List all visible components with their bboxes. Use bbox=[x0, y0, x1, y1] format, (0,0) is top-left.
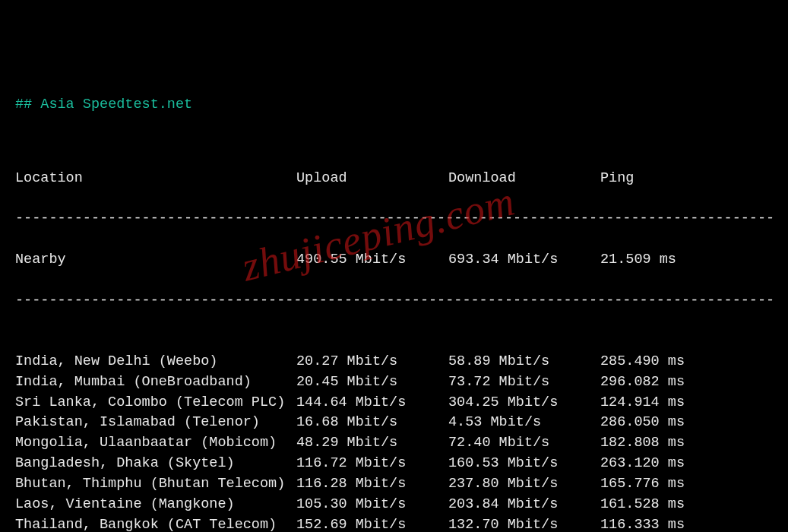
cell-download: 203.84 Mbit/s bbox=[448, 495, 600, 515]
cell-download: 160.53 Mbit/s bbox=[448, 454, 600, 474]
cell-upload: 20.45 Mbit/s bbox=[296, 372, 448, 393]
watermark-text: zhujiceping.com bbox=[236, 172, 521, 297]
cell-upload: 116.72 Mbit/s bbox=[296, 454, 448, 474]
cell-download: 58.89 Mbit/s bbox=[448, 352, 600, 372]
header-upload: Upload bbox=[296, 169, 448, 189]
cell-upload: 48.29 Mbit/s bbox=[296, 433, 448, 454]
nearby-row: Nearby490.55 Mbit/s693.34 Mbit/s21.509 m… bbox=[15, 250, 773, 271]
table-row: Thailand, Bangkok (CAT Telecom)152.69 Mb… bbox=[15, 515, 773, 533]
nearby-upload: 490.55 Mbit/s bbox=[296, 250, 448, 271]
table-row: Mongolia, Ulaanbaatar (Mobicom)48.29 Mbi… bbox=[15, 433, 773, 454]
cell-upload: 144.64 Mbit/s bbox=[296, 393, 448, 413]
nearby-download: 693.34 Mbit/s bbox=[448, 250, 600, 271]
cell-download: 73.72 Mbit/s bbox=[448, 372, 600, 393]
table-row: Sri Lanka, Colombo (Telecom PLC)144.64 M… bbox=[15, 393, 773, 413]
table-row: India, New Delhi (Weebo)20.27 Mbit/s58.8… bbox=[15, 352, 773, 372]
cell-location: Sri Lanka, Colombo (Telecom PLC) bbox=[15, 393, 296, 413]
table-row: Laos, Vientaine (Mangkone)105.30 Mbit/s2… bbox=[15, 495, 773, 515]
cell-upload: 116.28 Mbit/s bbox=[296, 474, 448, 495]
cell-upload: 20.27 Mbit/s bbox=[296, 352, 448, 372]
cell-location: Laos, Vientaine (Mangkone) bbox=[15, 495, 296, 515]
section-title: ## Asia Speedtest.net bbox=[15, 95, 773, 116]
cell-location: Bhutan, Thimphu (Bhutan Telecom) bbox=[15, 474, 296, 495]
title-text: Asia Speedtest.net bbox=[40, 97, 192, 112]
cell-download: 4.53 Mbit/s bbox=[448, 413, 600, 433]
cell-download: 72.40 Mbit/s bbox=[448, 433, 600, 454]
table-row: Bangladesh, Dhaka (Skytel)116.72 Mbit/s1… bbox=[15, 454, 773, 474]
cell-ping: 124.914 ms bbox=[600, 393, 737, 413]
table-header-row: LocationUploadDownloadPing bbox=[15, 169, 773, 189]
cell-location: India, New Delhi (Weebo) bbox=[15, 352, 296, 372]
cell-ping: 263.120 ms bbox=[600, 454, 737, 474]
cell-ping: 296.082 ms bbox=[600, 372, 737, 393]
header-download: Download bbox=[448, 169, 600, 189]
table-row: Bhutan, Thimphu (Bhutan Telecom)116.28 M… bbox=[15, 474, 773, 495]
cell-location: Thailand, Bangkok (CAT Telecom) bbox=[15, 515, 296, 533]
cell-ping: 161.528 ms bbox=[600, 495, 737, 515]
cell-location: Pakistan, Islamabad (Telenor) bbox=[15, 413, 296, 433]
nearby-ping: 21.509 ms bbox=[600, 250, 737, 271]
cell-upload: 152.69 Mbit/s bbox=[296, 515, 448, 533]
title-hash: ## bbox=[15, 97, 40, 112]
cell-location: Bangladesh, Dhaka (Skytel) bbox=[15, 454, 296, 474]
cell-location: India, Mumbai (OneBroadband) bbox=[15, 372, 296, 393]
divider-line: ----------------------------------------… bbox=[15, 291, 773, 312]
cell-ping: 285.490 ms bbox=[600, 352, 737, 372]
cell-download: 237.80 Mbit/s bbox=[448, 474, 600, 495]
cell-ping: 286.050 ms bbox=[600, 413, 737, 433]
cell-ping: 116.333 ms bbox=[600, 515, 737, 533]
results-table-body: India, New Delhi (Weebo)20.27 Mbit/s58.8… bbox=[15, 352, 773, 532]
cell-ping: 165.776 ms bbox=[600, 474, 737, 495]
cell-download: 132.70 Mbit/s bbox=[448, 515, 600, 533]
divider-line: ----------------------------------------… bbox=[15, 209, 773, 230]
table-row: India, Mumbai (OneBroadband)20.45 Mbit/s… bbox=[15, 372, 773, 393]
header-ping: Ping bbox=[600, 169, 737, 189]
cell-location: Mongolia, Ulaanbaatar (Mobicom) bbox=[15, 433, 296, 454]
header-location: Location bbox=[15, 169, 296, 189]
table-row: Pakistan, Islamabad (Telenor)16.68 Mbit/… bbox=[15, 413, 773, 433]
cell-download: 304.25 Mbit/s bbox=[448, 393, 600, 413]
nearby-location: Nearby bbox=[15, 250, 296, 271]
cell-upload: 105.30 Mbit/s bbox=[296, 495, 448, 515]
cell-upload: 16.68 Mbit/s bbox=[296, 413, 448, 433]
cell-ping: 182.808 ms bbox=[600, 433, 737, 454]
